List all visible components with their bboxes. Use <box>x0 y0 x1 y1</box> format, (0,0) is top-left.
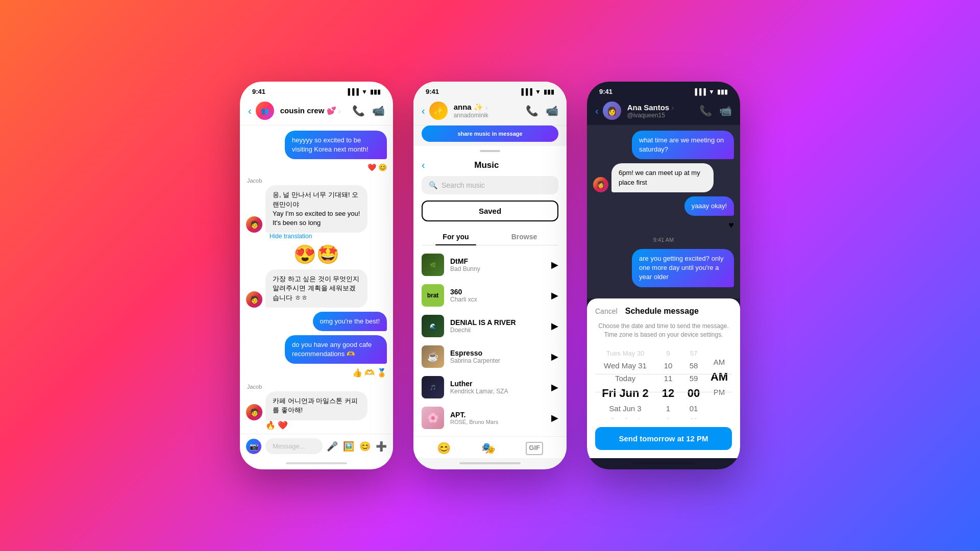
chat-area-1: heyyyy so excited to be visiting Korea n… <box>240 126 393 434</box>
tab-for-you[interactable]: For you <box>422 229 490 245</box>
song-name-apt: APT. <box>450 411 545 419</box>
music-title: Music <box>425 160 548 170</box>
bubble-excited: are you getting excited? only one more d… <box>632 249 734 287</box>
anna-avatar: ✨ <box>429 102 448 120</box>
song-item-dtmf[interactable]: 🌿 DtMF Bad Bunny ▶ <box>413 249 567 280</box>
audio-call-2[interactable]: 📞 <box>526 105 538 117</box>
video-call-2[interactable]: 📹 <box>546 105 558 117</box>
hour-2: 2 <box>655 415 681 419</box>
camera-btn-1[interactable]: 📷 <box>246 439 261 454</box>
saved-button[interactable]: Saved <box>422 201 558 221</box>
picker-col-ampm[interactable]: AM AM PM <box>706 347 732 419</box>
bubble-6pm: 6pm! we can meet up at my place first <box>611 163 714 192</box>
emoji-icon-1[interactable]: 😊 <box>359 441 371 452</box>
audio-call-icon-1[interactable]: 📞 <box>352 105 365 117</box>
hide-translation-btn[interactable]: Hide translation <box>270 233 387 240</box>
video-call-icon-1[interactable]: 📹 <box>372 105 385 117</box>
group-avatar-1: 👥 <box>256 102 274 120</box>
min-00[interactable]: 00 <box>681 385 706 402</box>
back-button-2[interactable]: ‹ <box>422 105 425 117</box>
wifi-icon-2: ▼ <box>535 88 541 95</box>
avatar-sticker-icon[interactable]: 🎭 <box>481 442 495 455</box>
play-btn-dtmf[interactable]: ▶ <box>551 259 558 270</box>
status-icons-3: ▐▐▐ ▼ ▮▮▮ <box>693 88 728 95</box>
msg-with-avatar-1: 🧑 응, 널 만나서 너무 기대돼! 오랜만이야 Yay I'm so exci… <box>246 185 387 233</box>
song-info-luther: Luther Kendrick Lamar, SZA <box>450 380 545 395</box>
music-back-btn[interactable]: ‹ <box>422 159 425 171</box>
time-1: 9:41 <box>252 88 265 95</box>
bubble-sent-1: heyyyy so excited to be visiting Korea n… <box>285 131 387 159</box>
emoji-heart-3: ♥️ <box>728 220 734 231</box>
modal-cancel-btn[interactable]: Cancel <box>595 307 618 315</box>
picker-col-minute[interactable]: 57 58 59 00 01 02 03 <box>681 347 706 419</box>
song-item-360[interactable]: brat 360 Charli xcx ▶ <box>413 280 567 311</box>
message-preview-banner[interactable]: share music in message <box>422 126 558 142</box>
msg-with-avatar-cafe: 🧑 카페 어니언과 마일스톤 커피를 좋아해! <box>246 391 387 420</box>
music-search-bar[interactable]: 🔍 Search music <box>422 176 558 194</box>
mic-icon-1[interactable]: 🎤 <box>327 441 338 452</box>
home-indicator-3 <box>633 462 694 464</box>
play-btn-luther[interactable]: ▶ <box>551 382 558 393</box>
schedule-modal: Cancel Schedule message Choose the date … <box>587 298 740 458</box>
song-item-luther[interactable]: 🎵 Luther Kendrick Lamar, SZA ▶ <box>413 372 567 403</box>
back-button-1[interactable]: ‹ <box>248 105 252 117</box>
chat-name-1[interactable]: cousin crew 💕 › <box>280 106 348 115</box>
nav-title-1: cousin crew 💕 › <box>280 106 348 115</box>
min-01: 01 <box>681 402 706 415</box>
emoji-medal: 🏅 <box>377 368 387 378</box>
tab-browse[interactable]: Browse <box>490 229 558 245</box>
received-bubble-cafe: 카페 어니언과 마일스톤 커피를 좋아해! <box>265 391 368 420</box>
signal-icon-3: ▐▐▐ <box>693 88 706 95</box>
phone-3: 9:41 ▐▐▐ ▼ ▮▮▮ ‹ 👩 Ana Santos › @ivaquee… <box>587 82 740 469</box>
audio-call-3[interactable]: 📞 <box>699 105 712 117</box>
play-btn-apt[interactable]: ▶ <box>551 412 558 423</box>
emoji-heart: ❤️ <box>368 163 376 171</box>
song-item-denial[interactable]: 🌊 DENIAL IS A RIVER Doechii ▶ <box>413 311 567 341</box>
song-item-apt[interactable]: 🌸 APT. ROSÉ, Bruno Mars ▶ <box>413 403 567 433</box>
hour-1: 1 <box>655 402 681 415</box>
ampm-empty1 <box>706 347 732 352</box>
gif-icon[interactable]: GIF <box>526 442 543 455</box>
status-bar-3: 9:41 ▐▐▐ ▼ ▮▮▮ <box>587 82 740 98</box>
msg-sent-1: heyyyy so excited to be visiting Korea n… <box>285 131 387 159</box>
song-artist-luther: Kendrick Lamar, SZA <box>450 388 545 395</box>
song-artist-360: Charli xcx <box>450 296 545 303</box>
date-jun2[interactable]: Fri Jun 2 <box>595 385 655 402</box>
battery-icon-2: ▮▮▮ <box>544 88 554 95</box>
song-name-360: 360 <box>450 288 545 296</box>
anna-sub: annadominik <box>454 112 522 119</box>
song-art-360: brat <box>422 284 444 307</box>
drag-handle <box>480 150 500 152</box>
time-picker[interactable]: Tues May 30 Wed May 31 Today Fri Jun 2 S… <box>595 347 732 419</box>
send-scheduled-btn[interactable]: Send tomorrow at 12 PM <box>595 427 732 450</box>
ampm-am[interactable]: AM <box>706 368 732 386</box>
song-info-dtmf: DtMF Bad Bunny <box>450 257 545 272</box>
anna-name[interactable]: anna ✨ › <box>454 103 522 112</box>
status-icons-1: ▐▐▐ ▼ ▮▮▮ <box>346 88 381 95</box>
play-btn-360[interactable]: ▶ <box>551 290 558 301</box>
play-btn-denial[interactable]: ▶ <box>551 320 558 332</box>
message-input-1[interactable]: Message... <box>265 438 323 454</box>
ana-name[interactable]: Ana Santos › <box>627 103 695 112</box>
hour-12[interactable]: 12 <box>655 385 681 402</box>
msg-sent-yaaay: yaaay okay! <box>684 196 734 216</box>
msg-received-2: 🧑 가장 하고 싶은 것이 무엇인지 알려주시면 계획을 세워보겠습니다 ㅎㅎ <box>246 269 387 308</box>
picker-col-date[interactable]: Tues May 30 Wed May 31 Today Fri Jun 2 S… <box>595 347 655 419</box>
song-item-espresso[interactable]: ☕ Espresso Sabrina Carpenter ▶ <box>413 341 567 372</box>
nav-bar-2: ‹ ✨ anna ✨ › annadominik 📞 📹 <box>413 98 567 126</box>
nav-bar-1: ‹ 👥 cousin crew 💕 › 📞 📹 <box>240 98 393 126</box>
nav-actions-1: 📞 📹 <box>352 105 385 117</box>
min-59: 59 <box>681 372 706 385</box>
ana-sub: @ivaqueen15 <box>627 112 695 119</box>
plus-icon-1[interactable]: ➕ <box>376 441 387 452</box>
picker-col-hour[interactable]: 9 10 11 12 1 2 3 <box>655 347 681 419</box>
msg-sent-excited: are you getting excited? only one more d… <box>632 249 734 287</box>
play-btn-espresso[interactable]: ▶ <box>551 351 558 362</box>
msg-sent-cafe: do you have any good cafe recommendation… <box>285 335 387 364</box>
image-icon-1[interactable]: 🖼️ <box>343 441 354 452</box>
emoji-sticker-icon[interactable]: 😊 <box>437 442 451 455</box>
ampm-empty2 <box>706 352 732 356</box>
video-call-3[interactable]: 📹 <box>719 105 732 117</box>
back-button-3[interactable]: ‹ <box>595 105 599 117</box>
min-58: 58 <box>681 359 706 372</box>
